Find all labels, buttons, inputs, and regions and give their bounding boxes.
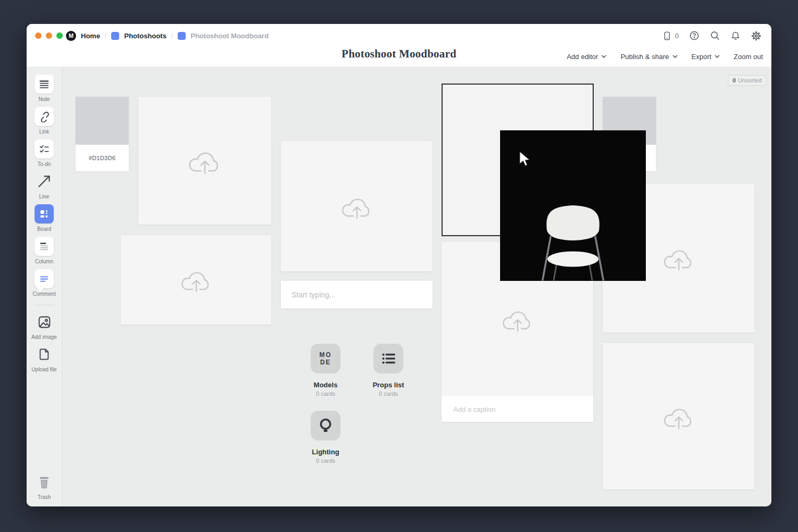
column-icon bbox=[35, 237, 54, 256]
breadcrumb-home[interactable]: Home bbox=[81, 32, 100, 40]
breadcrumb-photoshoots[interactable]: Photoshoots bbox=[124, 32, 166, 40]
board-chip-icon bbox=[178, 32, 186, 40]
window-controls bbox=[35, 32, 63, 39]
upload-placeholder-card[interactable] bbox=[121, 235, 271, 325]
color-hex-label: #D1D3D6 bbox=[76, 145, 129, 171]
upload-placeholder-card[interactable] bbox=[603, 343, 754, 489]
device-preview-icon[interactable] bbox=[662, 31, 672, 41]
tool-link[interactable]: Link bbox=[35, 107, 54, 135]
cloud-upload-icon bbox=[187, 146, 222, 175]
board-name: Lighting bbox=[312, 448, 339, 456]
trash-icon bbox=[35, 472, 54, 492]
tool-label: Trash bbox=[37, 494, 51, 500]
trash[interactable]: Trash bbox=[35, 472, 54, 500]
unsorted-badge[interactable]: 0 Unsorted bbox=[728, 75, 767, 86]
header: M Home / Photoshoots / Photoshoot Moodbo… bbox=[27, 24, 771, 66]
color-swatch-card[interactable]: #D1D3D6 bbox=[76, 97, 129, 171]
board-count: 0 cards bbox=[316, 390, 335, 397]
chevron-down-icon bbox=[672, 55, 678, 58]
unsorted-label: Unsorted bbox=[738, 77, 762, 84]
header-icon-group: 0 bbox=[662, 24, 762, 47]
tool-label: To-do bbox=[37, 161, 51, 167]
tool-comment[interactable]: Comment bbox=[32, 269, 55, 297]
props-list-icon bbox=[373, 344, 403, 373]
tool-column[interactable]: Column bbox=[35, 237, 54, 264]
board-chip-icon bbox=[111, 32, 119, 40]
page-title: Photoshoot Moodboard bbox=[342, 47, 456, 61]
tool-line[interactable]: Line bbox=[35, 172, 54, 200]
unsorted-count: 0 bbox=[733, 77, 736, 84]
upload-placeholder-card[interactable] bbox=[281, 141, 433, 271]
tool-sidebar: Note Link To-do Line Board bbox=[27, 66, 62, 506]
breadcrumb: M Home / Photoshoots / Photoshoot Moodbo… bbox=[66, 24, 269, 47]
cursor-icon bbox=[518, 151, 532, 168]
note-icon bbox=[35, 74, 54, 94]
tool-label: Link bbox=[39, 129, 49, 135]
text-note-input[interactable] bbox=[281, 281, 433, 309]
tool-upload-file[interactable]: Upload file bbox=[31, 345, 56, 372]
chevron-down-icon bbox=[601, 55, 606, 58]
tool-label: Column bbox=[35, 259, 53, 264]
zoom-out-button[interactable]: Zoom out bbox=[734, 53, 763, 61]
cloud-upload-icon bbox=[662, 403, 695, 430]
toolbar: Add editor Publish & share Export Zoom o… bbox=[567, 47, 763, 65]
search-icon[interactable] bbox=[710, 30, 720, 41]
app-window: M Home / Photoshoots / Photoshoot Moodbo… bbox=[27, 24, 771, 506]
publish-share-button[interactable]: Publish & share bbox=[620, 53, 677, 61]
board-name: Models bbox=[314, 381, 338, 389]
tool-label: Note bbox=[38, 96, 49, 102]
tool-add-image[interactable]: Add image bbox=[31, 312, 57, 340]
add-editor-button[interactable]: Add editor bbox=[567, 53, 606, 61]
upload-file-icon bbox=[35, 345, 54, 364]
cloud-upload-icon bbox=[662, 245, 695, 271]
settings-gear-icon[interactable] bbox=[751, 30, 762, 41]
close-window-button[interactable] bbox=[35, 32, 41, 39]
chair-image[interactable] bbox=[500, 130, 646, 281]
tool-label: Upload file bbox=[31, 367, 56, 372]
chevron-down-icon bbox=[714, 55, 720, 58]
minimize-window-button[interactable] bbox=[46, 32, 52, 39]
help-icon[interactable] bbox=[689, 30, 700, 41]
cloud-upload-icon bbox=[180, 267, 213, 293]
todo-checklist-icon bbox=[35, 139, 54, 159]
lightbulb-icon bbox=[311, 411, 340, 440]
breadcrumb-current: Photoshoot Moodboard bbox=[190, 32, 269, 40]
board-icon bbox=[35, 204, 54, 223]
tool-todo[interactable]: To-do bbox=[35, 139, 54, 167]
app-logo-icon[interactable]: M bbox=[66, 31, 76, 41]
link-icon bbox=[35, 107, 54, 126]
caption-strip bbox=[442, 396, 593, 422]
tool-note[interactable]: Note bbox=[35, 74, 54, 102]
tool-label: Line bbox=[39, 194, 49, 200]
board-count: 0 cards bbox=[379, 390, 398, 397]
notifications-bell-icon[interactable] bbox=[730, 30, 741, 41]
breadcrumb-separator: / bbox=[105, 32, 106, 39]
device-count: 0 bbox=[675, 32, 679, 40]
upload-placeholder-card[interactable] bbox=[138, 97, 271, 225]
subboard-models[interactable]: MO DE Models 0 cards bbox=[296, 344, 355, 397]
text-note-card bbox=[281, 281, 433, 309]
color-swatch bbox=[76, 97, 129, 145]
sidebar-divider bbox=[34, 305, 54, 305]
models-board-icon: MO DE bbox=[311, 344, 340, 373]
board-canvas[interactable]: 0 Unsorted #D1D3D6 bbox=[62, 66, 771, 506]
cloud-upload-icon bbox=[340, 193, 373, 220]
tool-label: Comment bbox=[32, 291, 55, 297]
export-button[interactable]: Export bbox=[692, 53, 720, 61]
comment-bubble-icon bbox=[35, 269, 54, 288]
caption-input[interactable] bbox=[442, 396, 593, 422]
board-count: 0 cards bbox=[316, 458, 335, 464]
breadcrumb-separator: / bbox=[171, 32, 173, 39]
tool-board[interactable]: Board bbox=[35, 204, 54, 232]
add-image-icon bbox=[35, 312, 54, 331]
tool-label: Add image bbox=[31, 334, 57, 340]
cloud-upload-icon bbox=[501, 306, 534, 332]
board-name: Props list bbox=[372, 381, 404, 389]
subboard-lighting[interactable]: Lighting 0 cards bbox=[296, 411, 355, 464]
line-arrow-icon bbox=[35, 172, 54, 191]
tool-label: Board bbox=[37, 226, 52, 232]
subboard-props-list[interactable]: Props list 0 cards bbox=[359, 344, 418, 397]
maximize-window-button[interactable] bbox=[56, 32, 63, 39]
